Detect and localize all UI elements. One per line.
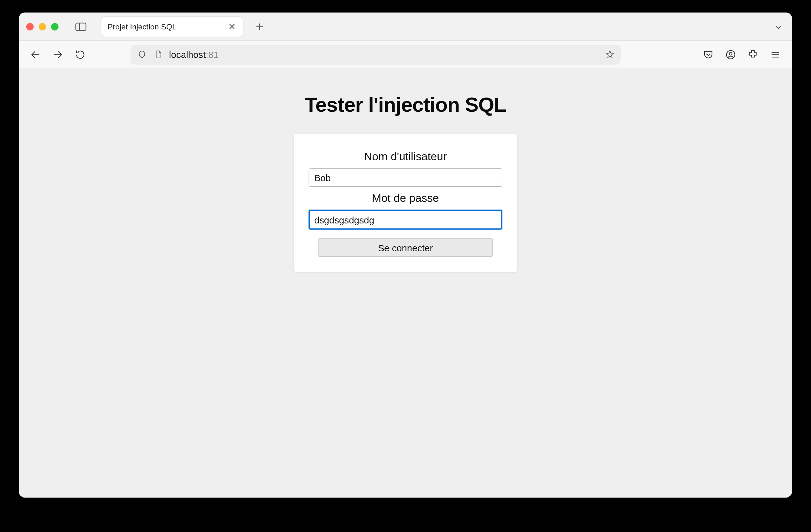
submit-button[interactable]: Se connecter xyxy=(318,238,493,256)
page-heading: Tester l'injection SQL xyxy=(19,93,792,117)
svg-point-10 xyxy=(729,52,732,55)
window-controls xyxy=(26,23,59,30)
bookmark-star-icon[interactable] xyxy=(605,49,615,60)
page-info-icon[interactable] xyxy=(153,49,163,60)
password-label: Mot de passe xyxy=(309,192,502,205)
close-tab-icon[interactable] xyxy=(227,21,237,32)
browser-tab[interactable]: Projet Injection SQL xyxy=(101,16,244,37)
url-text: localhost:81 xyxy=(169,49,599,60)
svg-marker-8 xyxy=(606,51,613,58)
new-tab-button[interactable] xyxy=(251,18,268,35)
browser-window: Projet Injection SQL xyxy=(19,13,792,498)
maximize-window-button[interactable] xyxy=(51,23,59,30)
menu-icon[interactable] xyxy=(766,45,784,64)
forward-button[interactable] xyxy=(48,45,67,64)
close-window-button[interactable] xyxy=(26,23,34,30)
url-port: :81 xyxy=(206,49,218,60)
page-viewport: Tester l'injection SQL Nom d'utilisateur… xyxy=(19,68,792,498)
svg-rect-0 xyxy=(76,23,86,30)
reload-button[interactable] xyxy=(71,45,89,64)
extensions-icon[interactable] xyxy=(744,45,762,64)
username-label: Nom d'utilisateur xyxy=(309,150,502,163)
url-host: localhost xyxy=(169,49,206,60)
tabs-overflow-icon[interactable] xyxy=(770,18,787,35)
account-icon[interactable] xyxy=(721,45,740,64)
back-button[interactable] xyxy=(26,45,45,64)
pocket-icon[interactable] xyxy=(699,45,717,64)
address-bar[interactable]: localhost:81 xyxy=(131,44,621,64)
browser-toolbar: localhost:81 xyxy=(19,41,792,68)
tab-title: Projet Injection SQL xyxy=(107,22,227,31)
minimize-window-button[interactable] xyxy=(39,23,46,30)
page-content: Tester l'injection SQL Nom d'utilisateur… xyxy=(19,68,792,272)
shield-icon xyxy=(137,49,147,60)
password-input[interactable] xyxy=(309,210,502,229)
login-form: Nom d'utilisateur Mot de passe Se connec… xyxy=(294,134,517,272)
username-input[interactable] xyxy=(309,168,502,187)
tab-strip: Projet Injection SQL xyxy=(19,13,792,41)
sidebar-toggle-icon[interactable] xyxy=(73,20,88,33)
